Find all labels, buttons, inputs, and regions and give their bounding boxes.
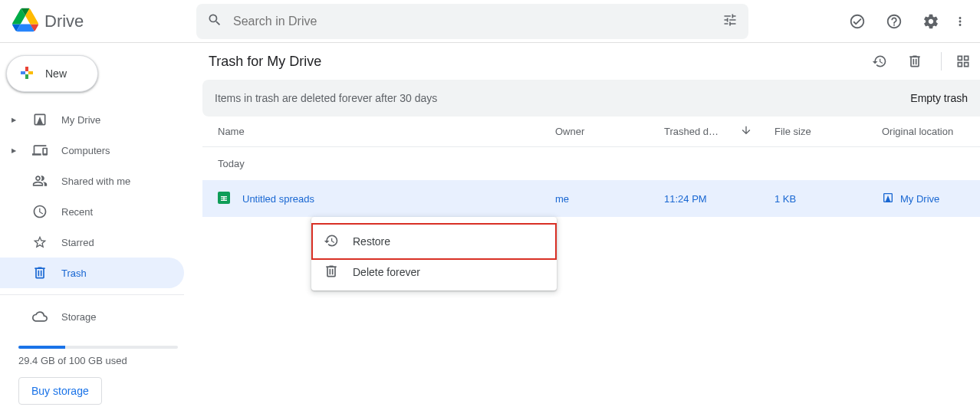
search-input[interactable] [233, 15, 712, 28]
shared-icon [32, 173, 48, 189]
col-header-location[interactable]: Original location [882, 126, 974, 137]
sidebar-item-storage[interactable]: Storage [0, 301, 184, 332]
buy-storage-button[interactable]: Buy storage [18, 377, 102, 405]
col-header-name[interactable]: Name [202, 126, 555, 137]
ready-offline-icon[interactable] [842, 6, 873, 37]
file-size: 1 KB [774, 193, 882, 205]
new-button[interactable]: New [6, 55, 98, 92]
banner-text: Items in trash are deleted forever after… [215, 92, 437, 104]
sidebar-item-shared[interactable]: Shared with me [0, 166, 184, 196]
context-menu: Restore Delete forever [311, 217, 557, 290]
sidebar-item-label: Recent [61, 206, 93, 218]
recent-icon [32, 204, 48, 219]
file-owner: me [555, 193, 664, 205]
grid-view-icon[interactable] [952, 46, 974, 77]
new-button-label: New [45, 67, 67, 80]
sidebar-item-starred[interactable]: Starred [0, 227, 184, 258]
sidebar-item-label: Starred [61, 237, 94, 248]
menu-item-label: Restore [353, 235, 390, 248]
storage-bar [18, 346, 178, 349]
storage-icon [32, 309, 48, 324]
sidebar-item-label: Storage [61, 311, 97, 323]
menu-item-label: Delete forever [353, 266, 420, 278]
file-trashed-date: 11:24 PM [664, 193, 774, 205]
search-bar[interactable] [196, 4, 748, 39]
settings-icon[interactable] [916, 6, 946, 37]
my-drive-icon [32, 112, 48, 127]
col-header-size[interactable]: File size [774, 126, 882, 137]
search-icon [207, 12, 222, 31]
expand-arrow-icon[interactable]: ▶ [9, 147, 18, 154]
delete-forever-icon [324, 264, 339, 281]
trash-icon [32, 265, 48, 281]
storage-bar-fill [18, 346, 65, 349]
file-row[interactable]: Untitled spreads me 11:24 PM 1 KB My Dri… [202, 180, 980, 217]
group-label: Today [202, 147, 980, 180]
app-name: Drive [44, 11, 84, 31]
sidebar-item-label: Shared with me [61, 176, 130, 187]
plus-icon [18, 64, 36, 84]
col-header-trashed[interactable]: Trashed d… [664, 124, 774, 139]
more-icon[interactable] [952, 6, 968, 37]
search-options-icon[interactable] [722, 12, 738, 31]
toolbar-divider [941, 52, 942, 71]
menu-item-delete-forever[interactable]: Delete forever [311, 260, 557, 284]
page-title: Trash for My Drive [209, 54, 864, 70]
table-header: Name Owner Trashed d… File size Original… [202, 117, 980, 147]
support-icon[interactable] [879, 6, 909, 37]
sidebar-item-computers[interactable]: ▶ Computers [0, 135, 184, 166]
storage-used-text: 29.4 GB of 100 GB used [18, 355, 178, 366]
sheets-icon [218, 192, 230, 206]
my-drive-location-icon [882, 192, 894, 206]
sidebar-item-trash[interactable]: Trash [0, 258, 184, 288]
sidebar-item-recent[interactable]: Recent [0, 196, 184, 227]
col-header-owner[interactable]: Owner [555, 126, 664, 137]
sidebar: New ▶ My Drive ▶ Computers Shared with m… [0, 43, 196, 407]
trash-info-banner: Items in trash are deleted forever after… [202, 80, 980, 117]
file-original-location[interactable]: My Drive [882, 192, 974, 206]
drive-logo-section[interactable]: Drive [12, 7, 196, 36]
expand-arrow-icon[interactable]: ▶ [9, 117, 18, 123]
sidebar-item-label: My Drive [61, 114, 100, 126]
restore-icon [324, 233, 339, 251]
sidebar-divider [0, 294, 184, 295]
restore-from-trash-icon[interactable] [864, 46, 895, 77]
sidebar-item-label: Trash [61, 268, 87, 279]
sort-descending-icon [740, 124, 752, 139]
starred-icon [32, 235, 48, 250]
delete-forever-icon[interactable] [899, 46, 930, 77]
menu-item-restore[interactable]: Restore [311, 223, 557, 260]
file-name-text: Untitled spreads [242, 193, 314, 205]
drive-logo-icon [12, 7, 38, 36]
empty-trash-button[interactable]: Empty trash [910, 92, 968, 104]
computers-icon [32, 143, 48, 158]
sidebar-item-label: Computers [61, 145, 110, 156]
sidebar-item-my-drive[interactable]: ▶ My Drive [0, 104, 184, 135]
